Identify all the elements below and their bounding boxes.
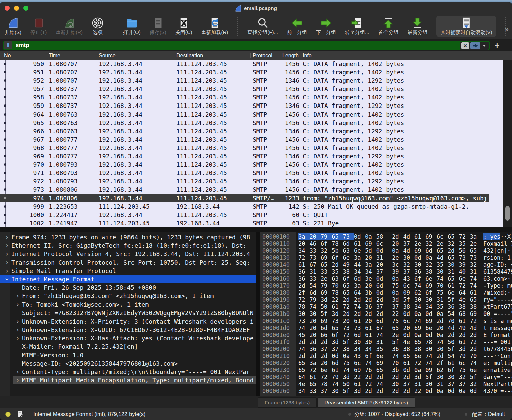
detail-row-12[interactable]: ›Unknown-Extension: X-Has-Attach: yes (C… — [0, 334, 256, 342]
hex-byte[interactable]: 78 — [332, 289, 343, 296]
hex-byte[interactable]: 2d — [376, 374, 388, 381]
hex-byte[interactable]: 2d — [392, 233, 403, 240]
hex-byte[interactable]: 2d — [365, 388, 376, 395]
hex-byte[interactable]: 61 — [365, 325, 376, 332]
hex-byte[interactable]: 5f — [321, 310, 332, 318]
hex-byte[interactable]: 36 — [309, 346, 320, 353]
display-filter-input[interactable]: smtp ✕ — [3, 41, 490, 50]
hex-byte[interactable]: 69 — [321, 318, 332, 325]
hex-byte[interactable]: 2e — [414, 240, 425, 247]
expand-chevron-icon[interactable]: › — [3, 267, 11, 275]
packet-row-1000[interactable]: 10001.224417192.168.3.44111.124.203.45SM… — [0, 211, 503, 219]
hex-byte[interactable]: 54 — [309, 282, 320, 289]
column-separator[interactable] — [489, 53, 489, 58]
hex-byte[interactable]: 20 — [365, 318, 376, 325]
hex-byte[interactable]: 0d — [376, 247, 388, 254]
hex-byte[interactable]: 38 — [403, 303, 414, 310]
hex-byte[interactable]: 45 — [298, 332, 309, 339]
hex-byte[interactable]: 32 — [470, 261, 481, 268]
hex-byte[interactable]: 33 — [321, 268, 332, 275]
hex-byte[interactable]: 65 — [298, 367, 309, 374]
hex-byte[interactable]: 72 — [470, 318, 481, 325]
hex-byte[interactable]: 70 — [448, 318, 459, 325]
hex-byte[interactable]: 32 — [321, 247, 332, 254]
hex-byte[interactable]: 5b — [332, 247, 343, 254]
hex-byte[interactable]: 69 — [365, 240, 376, 247]
hex-byte[interactable]: 3b — [365, 289, 376, 296]
hex-byte[interactable]: 54 — [448, 310, 459, 318]
hex-byte[interactable]: 2e — [437, 240, 448, 247]
hex-byte[interactable]: 20 — [321, 360, 332, 367]
hex-byte[interactable]: 20 — [365, 282, 376, 289]
hex-byte[interactable]: 6d — [321, 325, 332, 332]
hex-byte[interactable]: 20 — [437, 325, 448, 332]
hex-byte[interactable]: 20 — [376, 261, 388, 268]
reload-file-button[interactable]: 重新加载(R) — [201, 17, 228, 36]
hex-byte[interactable]: 34 — [298, 388, 309, 395]
hex-byte[interactable]: 5f — [425, 374, 436, 381]
hex-byte[interactable]: 2d — [298, 339, 309, 346]
hex-byte[interactable]: 37 — [321, 346, 332, 353]
hex-byte[interactable]: 65 — [309, 381, 320, 388]
detail-row-9[interactable]: Subject: =?GB2312?B?QWNjZXNzIEdyYW50ZWQg… — [0, 309, 256, 317]
pane-splitter[interactable] — [0, 227, 512, 232]
hex-row-00000150[interactable]: 0000015036313335383434373937363830314031… — [260, 268, 512, 275]
packet-list-scrollbar[interactable] — [503, 60, 512, 227]
hex-byte[interactable]: 35 — [437, 303, 448, 310]
hex-byte[interactable]: 61 — [332, 367, 343, 374]
hex-byte[interactable]: 5f — [343, 339, 354, 346]
hex-byte[interactable]: 2d — [470, 346, 481, 353]
hex-byte[interactable]: 61 — [332, 303, 343, 310]
packet-row-971[interactable]: 9711.080793192.168.3.44111.124.203.45SMT… — [0, 169, 503, 177]
hex-byte[interactable]: 0d — [448, 388, 459, 395]
hex-row-00000170[interactable]: 000001702d547970653a206d756c746970617274… — [260, 282, 512, 289]
hex-byte[interactable]: 79 — [459, 353, 470, 360]
hex-byte[interactable]: 6f — [332, 332, 343, 339]
column-separator[interactable] — [174, 53, 174, 58]
hex-byte[interactable]: 6e — [343, 254, 354, 261]
hex-byte[interactable]: 6e — [448, 289, 459, 296]
collapse-chevron-icon[interactable]: › — [3, 275, 11, 284]
hex-byte[interactable]: 0d — [354, 233, 365, 240]
hex-byte[interactable]: 3a — [470, 233, 481, 240]
hex-byte[interactable]: 65 — [470, 247, 481, 254]
hex-byte[interactable]: 0d — [470, 388, 481, 395]
hex-byte[interactable]: 74 — [309, 303, 320, 310]
hex-byte[interactable]: 36 — [448, 303, 459, 310]
hex-byte[interactable]: 4d — [403, 233, 414, 240]
hex-byte[interactable]: 74 — [437, 275, 448, 282]
hex-byte[interactable]: 72 — [298, 296, 309, 303]
hex-byte[interactable]: 6d — [425, 247, 436, 254]
packet-row-999[interactable]: 9991.223653111.124.203.45192.168.3.44SMT… — [0, 202, 503, 211]
hex-byte[interactable]: 30 — [448, 374, 459, 381]
hex-byte[interactable]: 34 — [365, 346, 376, 353]
hex-byte[interactable]: 31 — [437, 381, 448, 388]
hex-byte[interactable]: 70 — [332, 282, 343, 289]
expand-chevron-icon[interactable]: › — [13, 300, 22, 309]
hex-byte[interactable]: 79 — [321, 233, 332, 240]
hex-byte[interactable]: 2d — [309, 353, 320, 360]
hex-byte[interactable]: 74 — [298, 346, 309, 353]
hex-byte[interactable]: 74 — [392, 353, 403, 360]
hex-byte[interactable]: 66 — [321, 332, 332, 339]
hex-byte[interactable]: 22 — [354, 374, 365, 381]
hex-byte[interactable]: 50 — [321, 303, 332, 310]
hex-byte[interactable]: 31 — [414, 381, 425, 388]
hex-byte[interactable]: 2d — [392, 374, 403, 381]
hex-byte[interactable]: 46 — [309, 240, 320, 247]
hex-byte[interactable]: 69 — [425, 282, 436, 289]
hex-byte[interactable]: 30 — [298, 310, 309, 318]
hex-byte[interactable]: 64 — [298, 374, 309, 381]
scrollbar-thumb[interactable] — [505, 206, 510, 221]
hex-byte[interactable]: 2d — [437, 318, 448, 325]
hex-byte[interactable]: 6e — [425, 275, 436, 282]
hex-byte[interactable]: 5f — [448, 346, 459, 353]
hex-byte[interactable]: 2d — [298, 282, 309, 289]
hex-byte[interactable]: 65 — [448, 233, 459, 240]
hex-byte[interactable]: 2d — [448, 247, 459, 254]
hex-byte[interactable]: 5f — [448, 296, 459, 303]
hex-byte[interactable]: 6d — [354, 332, 365, 339]
hex-byte[interactable]: 34 — [298, 247, 309, 254]
expand-chevron-icon[interactable]: › — [3, 258, 11, 267]
hex-byte[interactable]: 72 — [459, 233, 470, 240]
